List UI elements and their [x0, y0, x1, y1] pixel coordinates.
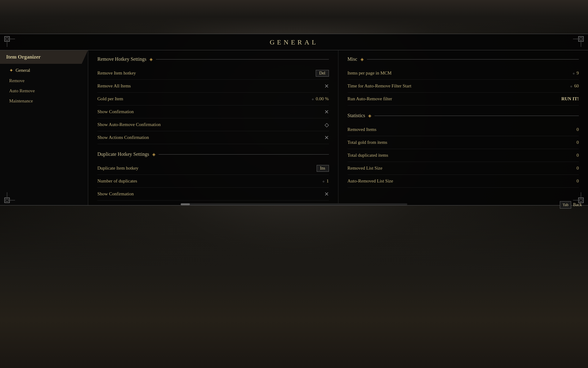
infinity-icon-gold: ⟐ [312, 97, 314, 101]
stat-total-gold: Total gold from items 0 [348, 136, 579, 149]
setting-label-remove-hotkey: Remove Item hotkey [97, 71, 136, 76]
corner-decoration-tl [2, 34, 18, 50]
setting-value-show-confirm-duplicate[interactable]: ✕ [324, 191, 329, 197]
setting-duplicate-item-hotkey: Duplicate Item hotkey Ins [97, 162, 329, 175]
back-label[interactable]: Back [573, 202, 582, 207]
setting-label-items-per-page: Items per page in MCM [348, 71, 392, 76]
corner-decoration-bl [2, 190, 18, 205]
stat-removed-list-size: Removed List Size 0 [348, 162, 579, 175]
duplicate-section-line [159, 154, 329, 155]
mcm-panel: General Item Organizer ✦ General Remove … [0, 34, 588, 205]
sidebar-item-remove[interactable]: Remove [0, 76, 88, 86]
stat-label-total-duplicated: Total duplicated items [348, 153, 388, 158]
misc-section-line [367, 59, 579, 59]
statistics-section-header: Statistics ◈ [348, 113, 579, 118]
setting-label-num-duplicates: Number of duplicates [97, 178, 137, 184]
right-panel: Misc ◈ Items per page in MCM ⟐ 9 Time fo… [338, 50, 588, 205]
duplicate-section-header: Duplicate Hotkey Settings ◈ [97, 151, 329, 157]
setting-label-remove-all: Remove All Items [97, 83, 131, 89]
setting-run-autoremove: Run Auto-Remove filter RUN IT! [348, 93, 579, 105]
stat-label-removed-items: Removed Items [348, 127, 377, 132]
sidebar-item-maintenance[interactable]: Maintenance [0, 96, 88, 106]
sidebar-item-general[interactable]: ✦ General [0, 65, 88, 76]
stat-value-autoremoved-list-size: 0 [577, 178, 579, 184]
scrollbar-thumb[interactable] [181, 203, 190, 205]
sidebar-item-label-general: General [16, 68, 30, 73]
setting-value-duplicate-hotkey[interactable]: Ins [317, 165, 329, 172]
setting-label-run-autoremove: Run Auto-Remove filter [348, 96, 392, 102]
setting-number-duplicates: Number of duplicates ⟐ 1 [97, 175, 329, 188]
setting-value-autoremove-confirm[interactable]: ◇ [325, 121, 329, 128]
scrollbar-area [0, 202, 588, 206]
section-gap-right [348, 105, 579, 113]
statistics-section-title: Statistics [348, 113, 365, 118]
cross-icon-show-confirm: ✕ [324, 109, 329, 115]
svg-rect-1 [6, 38, 8, 40]
content-area: Item Organizer ✦ General Remove Auto Rem… [0, 50, 588, 205]
setting-label-duplicate-hotkey: Duplicate Item hotkey [97, 166, 138, 171]
gold-per-item-value: 0.00 % [316, 96, 329, 102]
misc-section-diamond: ◈ [360, 57, 364, 62]
page-title: General [270, 38, 318, 46]
svg-rect-5 [580, 38, 582, 40]
svg-rect-4 [579, 36, 583, 41]
setting-value-num-duplicates[interactable]: ⟐ 1 [322, 178, 329, 184]
num-duplicates-value: 1 [326, 178, 329, 184]
run-autoremove-button[interactable]: RUN IT! [561, 96, 579, 102]
stat-label-autoremoved-list-size: Auto-Removed List Size [348, 178, 393, 184]
remove-section-line [156, 59, 329, 59]
setting-value-items-per-page[interactable]: ⟐ 9 [573, 71, 579, 76]
infinity-icon-items-page: ⟐ [573, 71, 575, 75]
sidebar-plugin-name: Item Organizer [0, 50, 88, 64]
stat-value-total-duplicated: 0 [577, 153, 579, 158]
sidebar-item-label-auto-remove: Auto Remove [9, 88, 35, 94]
duplicate-section-title: Duplicate Hotkey Settings [97, 151, 149, 157]
statistics-section-line [375, 116, 579, 116]
setting-remove-item-hotkey: Remove Item hotkey Del [97, 67, 329, 80]
stat-autoremoved-list-size: Auto-Removed List Size 0 [348, 175, 579, 188]
title-bar: General [0, 34, 588, 50]
setting-value-show-confirm-remove[interactable]: ✕ [324, 109, 329, 115]
setting-label-show-confirm-duplicate: Show Confirmation [97, 191, 134, 197]
setting-show-actions-confirmation: Show Actions Confirmation ✕ [97, 131, 329, 144]
setting-label-autoremove-confirm: Show Auto-Remove Confirmation [97, 122, 161, 127]
items-per-page-value: 9 [577, 71, 579, 76]
section-gap [97, 144, 329, 151]
setting-gold-per-item: Gold per Item ⟐ 0.00 % [97, 93, 329, 105]
setting-label-gold-per-item: Gold per Item [97, 96, 123, 102]
stat-value-removed-list-size: 0 [577, 166, 579, 171]
setting-show-confirmation-remove: Show Confirmation ✕ [97, 105, 329, 118]
cross-icon-duplicate-confirm: ✕ [324, 191, 329, 197]
remove-section-header: Remove Hotkey Settings ◈ [97, 56, 329, 62]
corner-decoration-tr [570, 34, 586, 50]
setting-value-autoremove-time[interactable]: ⟐ 60 [570, 83, 579, 89]
stat-total-duplicated: Total duplicated items 0 [348, 149, 579, 162]
setting-value-gold-per-item[interactable]: ⟐ 0.00 % [312, 96, 329, 102]
stat-label-removed-list-size: Removed List Size [348, 166, 383, 171]
setting-remove-all-items: Remove All Items ✕ [97, 80, 329, 93]
remove-section-title: Remove Hotkey Settings [97, 56, 146, 62]
nav-bottom: Tab Back [560, 201, 582, 209]
infinity-icon-autoremove-time: ⟐ [570, 84, 572, 88]
key-ins[interactable]: Ins [317, 165, 329, 172]
cross-icon-actions-confirm: ✕ [324, 134, 329, 141]
diamond-icon-autoremove: ◇ [325, 121, 329, 128]
scrollbar-track[interactable] [181, 203, 407, 205]
svg-rect-8 [5, 198, 9, 203]
stat-label-total-gold: Total gold from items [348, 140, 387, 145]
setting-show-confirmation-duplicate: Show Confirmation ✕ [97, 188, 329, 201]
setting-items-per-page: Items per page in MCM ⟐ 9 [348, 67, 579, 80]
autoremove-time-value: 60 [574, 83, 579, 89]
misc-section-title: Misc [348, 56, 357, 62]
setting-value-remove-hotkey[interactable]: Del [316, 70, 329, 77]
tab-key[interactable]: Tab [560, 201, 571, 209]
setting-value-remove-all[interactable]: ✕ [324, 83, 329, 90]
setting-value-actions-confirm[interactable]: ✕ [324, 134, 329, 141]
sidebar-item-label-remove: Remove [9, 78, 24, 83]
infinity-icon-duplicates: ⟐ [322, 179, 325, 183]
sidebar: Item Organizer ✦ General Remove Auto Rem… [0, 50, 88, 205]
svg-rect-0 [5, 36, 9, 41]
sidebar-item-auto-remove[interactable]: Auto Remove [0, 86, 88, 96]
misc-section-header: Misc ◈ [348, 56, 579, 62]
key-del[interactable]: Del [316, 70, 329, 77]
